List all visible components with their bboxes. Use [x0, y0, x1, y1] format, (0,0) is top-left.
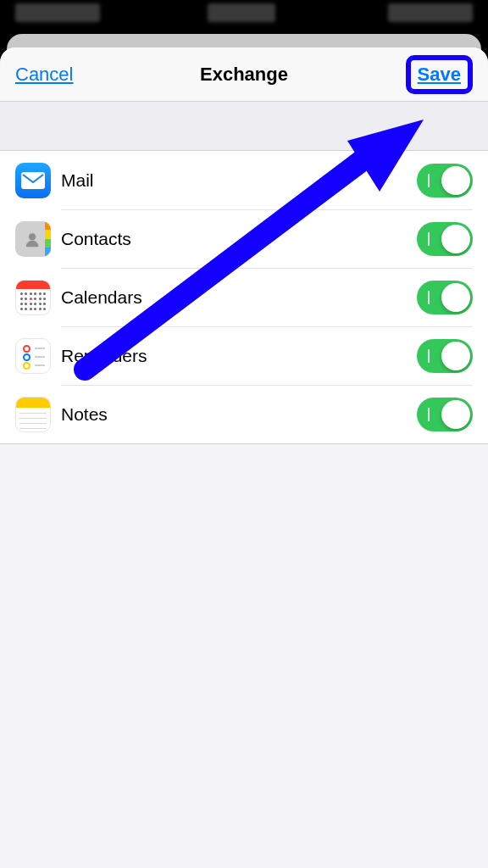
calendar-icon	[15, 280, 51, 315]
svg-rect-0	[21, 172, 45, 189]
mail-toggle[interactable]	[417, 164, 473, 198]
status-bar	[0, 0, 488, 27]
reminders-icon	[15, 338, 51, 374]
list-item-label: Mail	[61, 170, 94, 191]
section-gap	[0, 102, 488, 151]
modal-sheet: Cancel Exchange Save Mail	[0, 47, 488, 868]
list-item-label: Notes	[61, 404, 108, 425]
list-item-label: Contacts	[61, 229, 131, 249]
nav-bar: Cancel Exchange Save	[0, 47, 488, 102]
list-item-notes: Notes	[0, 385, 488, 443]
list-item-mail: Mail	[0, 151, 488, 209]
list-item-label: Calendars	[61, 287, 142, 308]
list-item-contacts: Contacts	[0, 209, 488, 268]
list-item-reminders: Reminders	[0, 326, 488, 385]
save-button[interactable]: Save	[418, 64, 461, 85]
contacts-toggle[interactable]	[417, 222, 473, 256]
notes-toggle[interactable]	[417, 398, 473, 431]
mail-icon	[15, 163, 51, 198]
contacts-icon	[15, 221, 51, 257]
save-highlight-box: Save	[406, 55, 473, 94]
services-list: Mail Contacts	[0, 151, 488, 444]
page-title: Exchange	[117, 64, 371, 86]
svg-point-1	[29, 233, 36, 240]
calendars-toggle[interactable]	[417, 281, 473, 314]
list-item-label: Reminders	[61, 346, 147, 366]
notes-icon	[15, 397, 51, 432]
reminders-toggle[interactable]	[417, 339, 473, 373]
cancel-button[interactable]: Cancel	[15, 64, 73, 86]
list-item-calendars: Calendars	[0, 268, 488, 326]
